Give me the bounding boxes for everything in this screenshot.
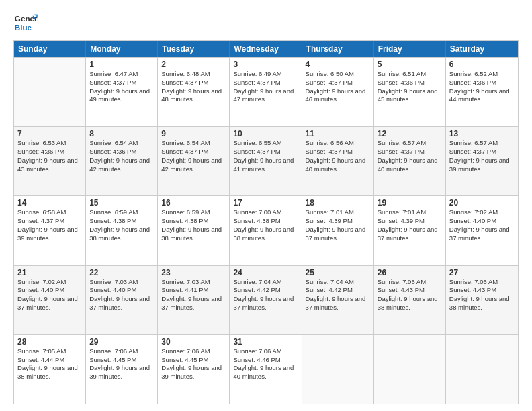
calendar-cell: 18Sunrise: 7:01 AM Sunset: 4:39 PM Dayli… xyxy=(302,196,374,265)
cell-info: Sunrise: 7:04 AM Sunset: 4:42 PM Dayligh… xyxy=(306,278,370,312)
cell-info: Sunrise: 6:57 AM Sunset: 4:37 PM Dayligh… xyxy=(449,139,515,173)
cell-info: Sunrise: 6:57 AM Sunset: 4:37 PM Dayligh… xyxy=(378,139,442,173)
header-cell-wednesday: Wednesday xyxy=(230,41,302,57)
svg-text:Blue: Blue xyxy=(15,23,32,32)
calendar-row-4: 21Sunrise: 7:02 AM Sunset: 4:40 PM Dayli… xyxy=(14,265,518,334)
cell-info: Sunrise: 6:58 AM Sunset: 4:37 PM Dayligh… xyxy=(17,208,82,242)
day-number: 24 xyxy=(233,268,298,277)
cell-info: Sunrise: 6:47 AM Sunset: 4:37 PM Dayligh… xyxy=(89,70,154,104)
cell-info: Sunrise: 6:54 AM Sunset: 4:36 PM Dayligh… xyxy=(89,139,154,173)
calendar-cell: 2Sunrise: 6:48 AM Sunset: 4:37 PM Daylig… xyxy=(158,58,230,126)
day-number: 7 xyxy=(17,129,82,138)
day-number: 13 xyxy=(449,129,515,138)
calendar-cell: 5Sunrise: 6:51 AM Sunset: 4:36 PM Daylig… xyxy=(374,58,446,126)
day-number: 11 xyxy=(306,129,370,138)
calendar-cell: 30Sunrise: 7:06 AM Sunset: 4:45 PM Dayli… xyxy=(158,335,230,404)
day-number: 2 xyxy=(161,60,226,69)
day-number: 29 xyxy=(89,337,154,347)
calendar-cell: 6Sunrise: 6:52 AM Sunset: 4:36 PM Daylig… xyxy=(446,58,518,126)
cell-info: Sunrise: 7:03 AM Sunset: 4:41 PM Dayligh… xyxy=(161,278,226,312)
day-number: 6 xyxy=(449,60,515,69)
calendar-cell: 13Sunrise: 6:57 AM Sunset: 4:37 PM Dayli… xyxy=(446,127,518,195)
page: General Blue SundayMondayTuesdayWednesda… xyxy=(0,0,532,411)
calendar-cell: 21Sunrise: 7:02 AM Sunset: 4:40 PM Dayli… xyxy=(14,266,86,334)
logo-icon: General Blue xyxy=(13,11,38,35)
calendar-cell: 26Sunrise: 7:05 AM Sunset: 4:43 PM Dayli… xyxy=(374,266,446,334)
calendar-cell: 20Sunrise: 7:02 AM Sunset: 4:40 PM Dayli… xyxy=(446,196,518,265)
day-number: 18 xyxy=(306,198,370,208)
cell-info: Sunrise: 7:01 AM Sunset: 4:39 PM Dayligh… xyxy=(378,208,442,242)
cell-info: Sunrise: 6:48 AM Sunset: 4:37 PM Dayligh… xyxy=(161,70,226,104)
day-number: 16 xyxy=(161,198,226,208)
cell-info: Sunrise: 6:53 AM Sunset: 4:36 PM Dayligh… xyxy=(17,139,82,173)
calendar-cell: 15Sunrise: 6:59 AM Sunset: 4:38 PM Dayli… xyxy=(86,196,158,265)
calendar-cell xyxy=(302,335,374,404)
day-number: 26 xyxy=(378,268,442,277)
calendar-cell: 29Sunrise: 7:06 AM Sunset: 4:45 PM Dayli… xyxy=(86,335,158,404)
day-number: 12 xyxy=(378,129,442,138)
day-number: 21 xyxy=(17,268,82,277)
calendar-cell: 16Sunrise: 6:59 AM Sunset: 4:38 PM Dayli… xyxy=(158,196,230,265)
logo: General Blue xyxy=(13,11,38,35)
cell-info: Sunrise: 6:59 AM Sunset: 4:38 PM Dayligh… xyxy=(89,208,154,242)
cell-info: Sunrise: 6:59 AM Sunset: 4:38 PM Dayligh… xyxy=(161,208,226,242)
day-number: 28 xyxy=(17,337,82,347)
cell-info: Sunrise: 6:56 AM Sunset: 4:37 PM Dayligh… xyxy=(306,139,370,173)
calendar-body: 1Sunrise: 6:47 AM Sunset: 4:37 PM Daylig… xyxy=(14,57,518,404)
calendar-cell: 17Sunrise: 7:00 AM Sunset: 4:38 PM Dayli… xyxy=(230,196,302,265)
day-number: 31 xyxy=(233,337,298,347)
day-number: 22 xyxy=(89,268,154,277)
calendar-cell: 10Sunrise: 6:55 AM Sunset: 4:37 PM Dayli… xyxy=(230,127,302,195)
calendar-cell: 9Sunrise: 6:54 AM Sunset: 4:37 PM Daylig… xyxy=(158,127,230,195)
calendar-row-2: 7Sunrise: 6:53 AM Sunset: 4:36 PM Daylig… xyxy=(14,126,518,195)
calendar-cell: 22Sunrise: 7:03 AM Sunset: 4:40 PM Dayli… xyxy=(86,266,158,334)
header-cell-tuesday: Tuesday xyxy=(158,41,230,57)
calendar-cell xyxy=(14,58,86,126)
cell-info: Sunrise: 7:06 AM Sunset: 4:45 PM Dayligh… xyxy=(89,347,154,381)
calendar-cell: 3Sunrise: 6:49 AM Sunset: 4:37 PM Daylig… xyxy=(230,58,302,126)
header-cell-monday: Monday xyxy=(86,41,158,57)
calendar-cell: 24Sunrise: 7:04 AM Sunset: 4:42 PM Dayli… xyxy=(230,266,302,334)
calendar-cell: 11Sunrise: 6:56 AM Sunset: 4:37 PM Dayli… xyxy=(302,127,374,195)
cell-info: Sunrise: 7:05 AM Sunset: 4:44 PM Dayligh… xyxy=(17,347,82,381)
calendar-row-1: 1Sunrise: 6:47 AM Sunset: 4:37 PM Daylig… xyxy=(14,57,518,126)
cell-info: Sunrise: 6:54 AM Sunset: 4:37 PM Dayligh… xyxy=(161,139,226,173)
cell-info: Sunrise: 7:05 AM Sunset: 4:43 PM Dayligh… xyxy=(449,278,515,312)
cell-info: Sunrise: 7:01 AM Sunset: 4:39 PM Dayligh… xyxy=(306,208,370,242)
day-number: 9 xyxy=(161,129,226,138)
day-number: 1 xyxy=(89,60,154,69)
day-number: 3 xyxy=(233,60,298,69)
day-number: 17 xyxy=(233,198,298,208)
day-number: 10 xyxy=(233,129,298,138)
day-number: 27 xyxy=(449,268,515,277)
calendar-header-row: SundayMondayTuesdayWednesdayThursdayFrid… xyxy=(14,41,518,57)
cell-info: Sunrise: 6:52 AM Sunset: 4:36 PM Dayligh… xyxy=(449,70,515,104)
cell-info: Sunrise: 6:55 AM Sunset: 4:37 PM Dayligh… xyxy=(233,139,298,173)
calendar-cell: 23Sunrise: 7:03 AM Sunset: 4:41 PM Dayli… xyxy=(158,266,230,334)
calendar-cell: 12Sunrise: 6:57 AM Sunset: 4:37 PM Dayli… xyxy=(374,127,446,195)
day-number: 23 xyxy=(161,268,226,277)
calendar-cell: 7Sunrise: 6:53 AM Sunset: 4:36 PM Daylig… xyxy=(14,127,86,195)
header-cell-saturday: Saturday xyxy=(446,41,518,57)
cell-info: Sunrise: 7:04 AM Sunset: 4:42 PM Dayligh… xyxy=(233,278,298,312)
cell-info: Sunrise: 6:50 AM Sunset: 4:37 PM Dayligh… xyxy=(306,70,370,104)
cell-info: Sunrise: 7:02 AM Sunset: 4:40 PM Dayligh… xyxy=(449,208,515,242)
calendar-row-5: 28Sunrise: 7:05 AM Sunset: 4:44 PM Dayli… xyxy=(14,334,518,404)
calendar: SundayMondayTuesdayWednesdayThursdayFrid… xyxy=(13,40,519,404)
calendar-cell xyxy=(374,335,446,404)
day-number: 8 xyxy=(89,129,154,138)
day-number: 14 xyxy=(17,198,82,208)
calendar-cell: 8Sunrise: 6:54 AM Sunset: 4:36 PM Daylig… xyxy=(86,127,158,195)
header-cell-thursday: Thursday xyxy=(302,41,374,57)
cell-info: Sunrise: 7:00 AM Sunset: 4:38 PM Dayligh… xyxy=(233,208,298,242)
cell-info: Sunrise: 6:49 AM Sunset: 4:37 PM Dayligh… xyxy=(233,70,298,104)
calendar-cell: 19Sunrise: 7:01 AM Sunset: 4:39 PM Dayli… xyxy=(374,196,446,265)
day-number: 19 xyxy=(378,198,442,208)
calendar-row-3: 14Sunrise: 6:58 AM Sunset: 4:37 PM Dayli… xyxy=(14,195,518,265)
day-number: 15 xyxy=(89,198,154,208)
calendar-cell: 27Sunrise: 7:05 AM Sunset: 4:43 PM Dayli… xyxy=(446,266,518,334)
header-cell-friday: Friday xyxy=(374,41,446,57)
calendar-cell: 1Sunrise: 6:47 AM Sunset: 4:37 PM Daylig… xyxy=(86,58,158,126)
day-number: 30 xyxy=(161,337,226,347)
cell-info: Sunrise: 7:03 AM Sunset: 4:40 PM Dayligh… xyxy=(89,278,154,312)
